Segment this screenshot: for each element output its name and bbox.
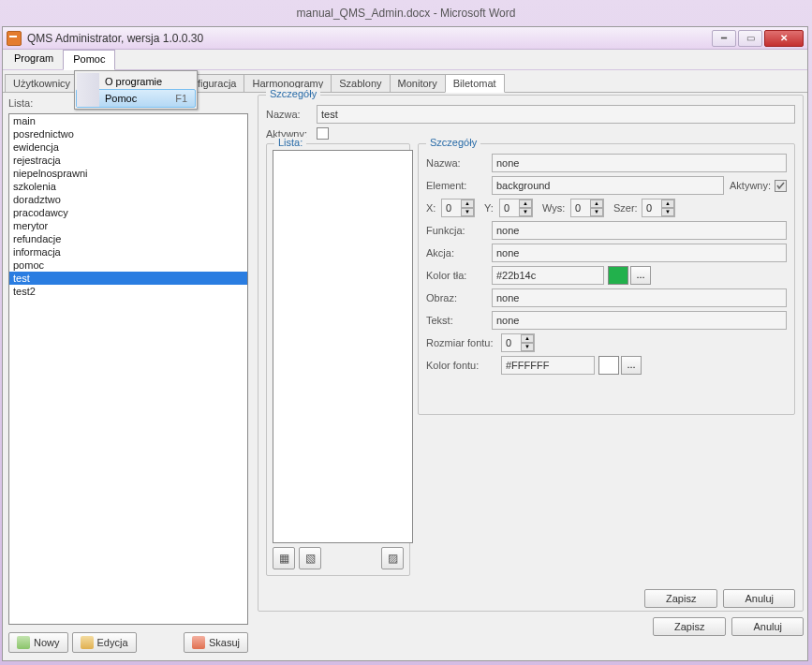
- app-icon: [7, 31, 22, 46]
- qms-window: QMS Administrator, wersja 1.0.0.30 ━ ▭ ✕…: [2, 26, 808, 661]
- detail-tekst[interactable]: [492, 311, 787, 330]
- edit-icon: [81, 636, 94, 649]
- detail-aktywny-checkbox[interactable]: [775, 180, 787, 192]
- list-item[interactable]: doradztwo: [9, 193, 247, 206]
- list-item[interactable]: posrednictwo: [9, 127, 247, 140]
- detail-kolorfontu[interactable]: [501, 356, 595, 375]
- list-item[interactable]: niepelnosprawni: [9, 167, 247, 180]
- new-button[interactable]: Nowy: [8, 632, 68, 653]
- element-list[interactable]: [273, 150, 413, 543]
- detail-element[interactable]: [492, 176, 724, 195]
- aktywny-checkbox[interactable]: [317, 127, 329, 140]
- tab-biletomat[interactable]: Biletomat: [445, 74, 505, 93]
- pomoc-dropdown: O programie Pomoc F1: [74, 70, 198, 110]
- spin-up-icon[interactable]: ▲: [461, 200, 474, 208]
- edit-button[interactable]: Edycja: [72, 632, 137, 653]
- delete-icon: [192, 636, 205, 649]
- app-title: QMS Administrator, wersja 1.0.0.30: [27, 32, 710, 45]
- list-item[interactable]: pomoc: [9, 259, 247, 272]
- list-item[interactable]: refundacje: [9, 232, 247, 245]
- details-legend: Szczegóły: [266, 88, 320, 99]
- list-item[interactable]: ewidencja: [9, 140, 247, 154]
- list-delete-button[interactable]: ▨: [381, 547, 404, 569]
- menu-program[interactable]: Program: [5, 50, 63, 69]
- tab-uzytkownicy[interactable]: Użytkownicy: [5, 74, 79, 92]
- tab-monitory[interactable]: Monitory: [390, 74, 446, 92]
- menu-pomoc[interactable]: Pomoc: [63, 50, 115, 70]
- right-panel: Szczegóły Nazwa: Aktywny: Lista:: [258, 95, 804, 657]
- minimize-button[interactable]: ━: [712, 30, 736, 47]
- delete-button[interactable]: Skasuj: [184, 632, 248, 653]
- word-document-title: manual_QMS_Admin.docx - Microsoft Word: [0, 0, 812, 26]
- list-item[interactable]: informacja: [9, 245, 247, 259]
- tab-szablony[interactable]: Szablony: [331, 74, 390, 92]
- inner-cancel-button[interactable]: Anuluj: [723, 589, 795, 608]
- nazwa-input[interactable]: [317, 105, 795, 124]
- maximize-button[interactable]: ▭: [738, 30, 762, 47]
- list-item[interactable]: test: [9, 272, 247, 285]
- list-copy-button[interactable]: ▧: [299, 547, 321, 569]
- detail-kolortla[interactable]: [492, 266, 604, 285]
- inner-save-button[interactable]: Zapisz: [644, 589, 717, 608]
- close-button[interactable]: ✕: [764, 30, 804, 47]
- detail-funkcja[interactable]: [492, 221, 787, 240]
- list-item[interactable]: test2: [9, 285, 247, 298]
- titlebar: QMS Administrator, wersja 1.0.0.30 ━ ▭ ✕: [3, 27, 807, 50]
- detail-nazwa[interactable]: [492, 154, 787, 172]
- copy-icon: ▧: [305, 552, 316, 565]
- outer-cancel-button[interactable]: Anuluj: [731, 617, 804, 636]
- fontcolor-browse-button[interactable]: ...: [621, 356, 642, 375]
- new-icon: [17, 636, 30, 649]
- detail-obraz[interactable]: [492, 288, 787, 307]
- menubar: Program Pomoc: [3, 50, 807, 70]
- spin-down-icon[interactable]: ▼: [461, 208, 474, 216]
- list-item[interactable]: merytor: [9, 219, 247, 232]
- outer-save-button[interactable]: Zapisz: [653, 617, 726, 636]
- left-panel: Lista: mainposrednictwoewidencjarejestra…: [7, 95, 250, 657]
- template-list[interactable]: mainposrednictwoewidencjarejestracjaniep…: [8, 113, 248, 625]
- list-add-button[interactable]: ▦: [273, 547, 295, 569]
- list-item[interactable]: pracodawcy: [9, 206, 247, 219]
- fontcolor-swatch: [598, 356, 619, 375]
- checkmark-icon: [775, 181, 786, 191]
- bgcolor-browse-button[interactable]: ...: [630, 266, 651, 285]
- list-item[interactable]: rejestracja: [9, 154, 247, 167]
- bgcolor-swatch: [608, 266, 628, 285]
- list-item[interactable]: szkolenia: [9, 180, 247, 193]
- list-item[interactable]: main: [9, 114, 247, 127]
- trash-icon: ▨: [388, 552, 398, 565]
- detail-akcja[interactable]: [492, 244, 787, 262]
- plus-icon: ▦: [279, 552, 289, 565]
